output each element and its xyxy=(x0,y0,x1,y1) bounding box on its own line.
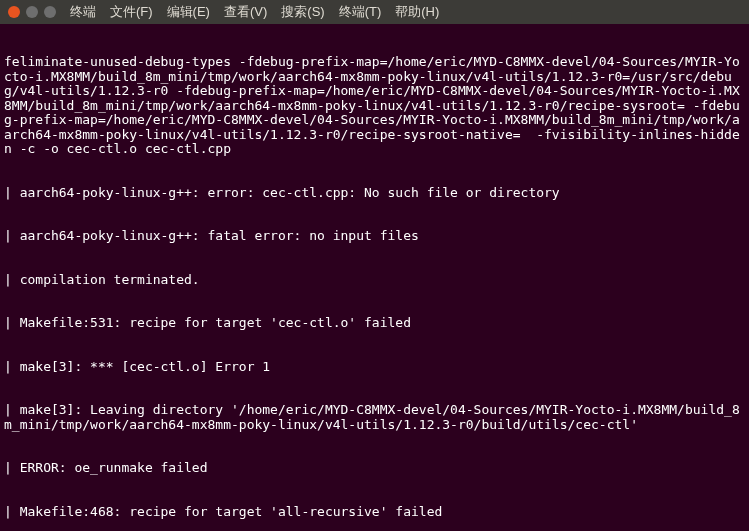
menu-view[interactable]: 查看(V) xyxy=(224,3,267,21)
terminal-line: | Makefile:468: recipe for target 'all-r… xyxy=(4,505,745,520)
maximize-icon[interactable] xyxy=(44,6,56,18)
menu-terminal-title: 终端 xyxy=(70,3,96,21)
terminal-line: | make[3]: *** [cec-ctl.o] Error 1 xyxy=(4,360,745,375)
menu-edit[interactable]: 编辑(E) xyxy=(167,3,210,21)
terminal-line: | make[3]: Leaving directory '/home/eric… xyxy=(4,403,745,432)
terminal-line: feliminate-unused-debug-types -fdebug-pr… xyxy=(4,55,745,157)
minimize-icon[interactable] xyxy=(26,6,38,18)
menu-file[interactable]: 文件(F) xyxy=(110,3,153,21)
menu-help[interactable]: 帮助(H) xyxy=(395,3,439,21)
window-controls xyxy=(8,6,56,18)
terminal-line: | Makefile:531: recipe for target 'cec-c… xyxy=(4,316,745,331)
terminal-line: | compilation terminated. xyxy=(4,273,745,288)
close-icon[interactable] xyxy=(8,6,20,18)
terminal-output[interactable]: feliminate-unused-debug-types -fdebug-pr… xyxy=(0,24,749,531)
menubar: 终端 文件(F) 编辑(E) 查看(V) 搜索(S) 终端(T) 帮助(H) xyxy=(0,0,749,24)
menu-search[interactable]: 搜索(S) xyxy=(281,3,324,21)
terminal-line: | aarch64-poky-linux-g++: fatal error: n… xyxy=(4,229,745,244)
terminal-line: | aarch64-poky-linux-g++: error: cec-ctl… xyxy=(4,186,745,201)
terminal-line: | ERROR: oe_runmake failed xyxy=(4,461,745,476)
menu-terminal[interactable]: 终端(T) xyxy=(339,3,382,21)
